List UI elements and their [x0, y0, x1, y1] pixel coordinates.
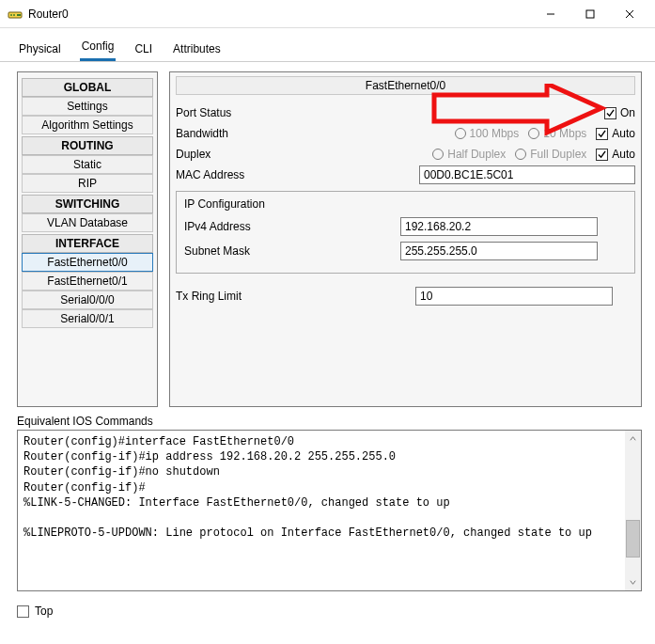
scroll-down-icon[interactable]: [625, 574, 641, 590]
titlebar: Router0: [0, 0, 655, 28]
input-ipv4[interactable]: [400, 217, 598, 236]
minimize-button[interactable]: [531, 0, 570, 28]
label-mac: MAC Address: [176, 168, 289, 181]
label-half-duplex: Half Duplex: [447, 148, 506, 161]
row-bandwidth: Bandwidth 100 Mbps 10 Mbps Auto: [176, 123, 635, 144]
svg-point-1: [10, 14, 12, 16]
row-duplex: Duplex Half Duplex Full Duplex Auto: [176, 144, 635, 165]
tab-physical[interactable]: Physical: [17, 39, 63, 61]
label-duplex: Duplex: [176, 148, 289, 161]
sidebar-item-fe00[interactable]: FastEthernet0/0: [22, 253, 153, 272]
scrollbar[interactable]: [625, 431, 641, 590]
sidebar-head-switching: SWITCHING: [22, 195, 153, 213]
sidebar-item-fe01[interactable]: FastEthernet0/1: [22, 272, 153, 291]
tab-cli[interactable]: CLI: [133, 39, 154, 61]
interface-panel: FastEthernet0/0 Port Status On Bandwidth…: [169, 71, 642, 407]
sidebar-item-settings[interactable]: Settings: [22, 97, 153, 116]
radio-full-duplex[interactable]: [515, 149, 526, 160]
tab-attributes[interactable]: Attributes: [171, 39, 223, 61]
label-full-duplex: Full Duplex: [530, 148, 586, 161]
label-10mbps: 10 Mbps: [543, 127, 586, 140]
sidebar-item-rip[interactable]: RIP: [22, 174, 153, 193]
radio-half-duplex[interactable]: [432, 149, 444, 160]
bottom-bar: Top: [0, 599, 655, 623]
label-duplex-auto: Auto: [612, 148, 635, 161]
row-tx-ring: Tx Ring Limit: [176, 287, 635, 306]
svg-rect-5: [586, 10, 594, 18]
window-title: Router0: [28, 8, 69, 21]
tab-config[interactable]: Config: [80, 36, 117, 61]
content-area: GLOBAL Settings Algorithm Settings ROUTI…: [0, 62, 655, 415]
label-ip-config: IP Configuration: [184, 197, 627, 214]
svg-point-2: [13, 14, 15, 16]
app-icon: [8, 7, 23, 22]
label-bandwidth-auto: Auto: [612, 127, 635, 140]
close-button[interactable]: [610, 0, 649, 28]
panel-title: FastEthernet0/0: [176, 76, 635, 95]
sidebar-item-s000[interactable]: Serial0/0/0: [22, 291, 153, 309]
label-bandwidth: Bandwidth: [176, 127, 289, 140]
checkbox-duplex-auto[interactable]: [596, 149, 608, 161]
ios-output: Router(config)#interface FastEthernet0/0…: [17, 430, 642, 591]
row-port-status: Port Status On: [176, 102, 635, 123]
ios-header: Equivalent IOS Commands: [0, 415, 655, 430]
sidebar-item-vlan[interactable]: VLAN Database: [22, 213, 153, 232]
sidebar-item-s001[interactable]: Serial0/0/1: [22, 309, 153, 328]
maximize-button[interactable]: [570, 0, 610, 28]
sidebar: GLOBAL Settings Algorithm Settings ROUTI…: [17, 71, 158, 407]
input-subnet[interactable]: [400, 242, 598, 260]
input-mac-address[interactable]: [419, 165, 635, 184]
label-tx-ring: Tx Ring Limit: [176, 290, 415, 303]
label-top: Top: [35, 605, 53, 618]
sidebar-item-algorithm-settings[interactable]: Algorithm Settings: [22, 116, 153, 134]
input-tx-ring[interactable]: [415, 287, 613, 306]
ip-config-group: IP Configuration IPv4 Address Subnet Mas…: [176, 191, 635, 274]
svg-rect-3: [17, 14, 21, 16]
label-port-status: Port Status: [176, 106, 289, 119]
checkbox-bandwidth-auto[interactable]: [596, 128, 608, 140]
row-mac: MAC Address: [176, 165, 635, 185]
label-100mbps: 100 Mbps: [470, 127, 520, 140]
radio-10mbps[interactable]: [528, 128, 539, 139]
checkbox-port-on[interactable]: [604, 107, 616, 119]
label-on: On: [620, 106, 635, 119]
checkbox-top[interactable]: [17, 605, 29, 618]
sidebar-head-interface: INTERFACE: [22, 234, 153, 253]
radio-100mbps[interactable]: [455, 128, 466, 139]
ios-text[interactable]: Router(config)#interface FastEthernet0/0…: [18, 431, 641, 544]
scroll-thumb[interactable]: [626, 520, 640, 558]
sidebar-item-static[interactable]: Static: [22, 155, 153, 174]
tab-bar: Physical Config CLI Attributes: [0, 28, 655, 62]
label-subnet: Subnet Mask: [184, 244, 400, 258]
sidebar-head-global: GLOBAL: [22, 78, 153, 97]
label-ipv4: IPv4 Address: [184, 220, 400, 233]
sidebar-head-routing: ROUTING: [22, 136, 153, 155]
scroll-up-icon[interactable]: [625, 431, 641, 447]
